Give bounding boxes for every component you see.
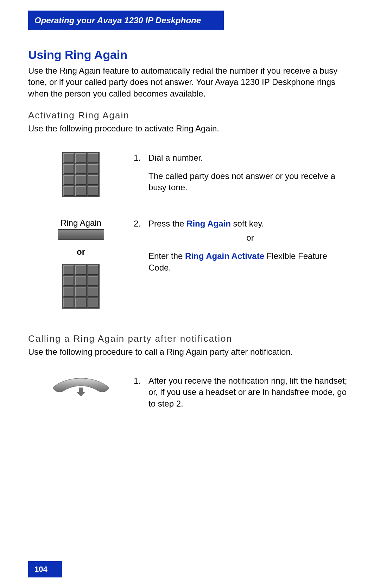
page-number: 104 <box>28 561 62 577</box>
keypad-icon <box>62 264 100 309</box>
text-fragment: Press the <box>148 219 186 228</box>
step-row-1: 1. Dial a number. The called party does … <box>28 152 352 197</box>
step-row-2: Ring Again or 2. Press the Ring Again so… <box>28 218 352 309</box>
step-text: Dial a number. <box>148 152 203 163</box>
text-fragment: Enter the <box>148 251 185 261</box>
softkey-button-icon <box>58 229 104 240</box>
step-alt-text: Enter the Ring Again Activate Flexible F… <box>148 250 352 273</box>
step-text: After you receive the notification ring,… <box>148 375 352 409</box>
step-number: 2. <box>134 218 142 229</box>
subsection-activating: Activating Ring Again <box>28 110 352 121</box>
softkey-label: Ring Again <box>61 218 101 228</box>
step-subtext: The called party does not answer or you … <box>148 171 352 193</box>
subsection-calling-intro: Use the following procedure to call a Ri… <box>28 346 352 358</box>
subsection-calling: Calling a Ring Again party after notific… <box>28 333 352 344</box>
chapter-header: Operating your Avaya 1230 IP Deskphone <box>28 11 224 30</box>
step-or: or <box>148 232 352 243</box>
step-text: Press the Ring Again soft key. <box>148 218 264 229</box>
step-number: 1. <box>134 152 142 163</box>
handset-lift-icon <box>46 375 116 400</box>
text-fragment: soft key. <box>231 219 264 228</box>
keypad-icon <box>62 152 100 197</box>
ring-again-term: Ring Again <box>186 219 231 228</box>
step-row-handset: 1. After you receive the notification ri… <box>28 375 352 409</box>
step-number: 1. <box>134 375 142 386</box>
ring-again-activate-term: Ring Again Activate <box>185 251 264 261</box>
page-title: Using Ring Again <box>28 48 352 62</box>
subsection-activating-intro: Use the following procedure to activate … <box>28 123 352 134</box>
or-label: or <box>77 247 85 257</box>
intro-paragraph: Use the Ring Again feature to automatica… <box>28 65 352 99</box>
